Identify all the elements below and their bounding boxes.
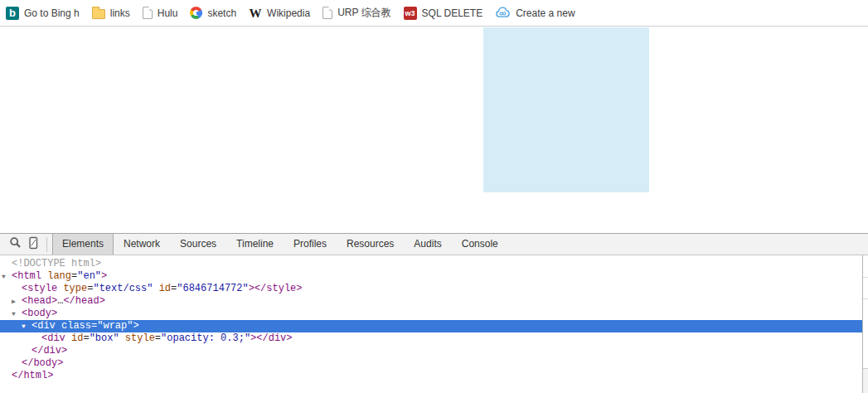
elements-panel: <!DOCTYPE html>▼<html lang="en"><style t…: [0, 255, 868, 393]
tab-network[interactable]: Network: [114, 234, 169, 255]
chevron-down-icon[interactable]: ▼: [12, 308, 22, 320]
tab-elements[interactable]: Elements: [52, 234, 114, 255]
code-token: lang: [41, 270, 71, 282]
bookmark-item[interactable]: Go to Bing h: [6, 7, 80, 20]
code-token: =: [155, 332, 161, 344]
devtools-toolbar: ElementsNetworkSourcesTimelineProfilesRe…: [0, 233, 868, 255]
tab-resources[interactable]: Resources: [337, 234, 403, 255]
dom-tree: <!DOCTYPE html>▼<html lang="en"><style t…: [0, 255, 862, 382]
cloud-icon: [495, 7, 511, 19]
code-token: </div>: [32, 345, 67, 357]
code-token: </html>: [12, 370, 53, 381]
code-token: type: [57, 283, 87, 294]
page-icon: [322, 7, 332, 19]
bookmark-item[interactable]: links: [92, 7, 130, 19]
page-icon: [143, 7, 153, 19]
tab-profiles[interactable]: Profiles: [284, 234, 336, 255]
code-token: >: [101, 270, 107, 282]
code-token: "opacity: 0.3;": [161, 332, 250, 344]
bookmark-label: Hulu: [158, 7, 178, 19]
dom-tree-row[interactable]: <style type="text/css" id="6846714772"><…: [0, 283, 863, 295]
bookmark-label: links: [110, 7, 130, 19]
toolbar-separator: [46, 237, 47, 252]
page-box: [483, 27, 649, 192]
code-token: <div: [32, 320, 56, 332]
code-token: <div: [41, 332, 65, 344]
tab-timeline[interactable]: Timeline: [227, 234, 283, 255]
code-token: "6846714772": [177, 283, 248, 294]
code-token: id: [65, 332, 84, 344]
bookmark-item[interactable]: Hulu: [143, 7, 178, 19]
bookmark-item[interactable]: Create a new: [495, 7, 575, 19]
dom-tree-row[interactable]: ▼<body>: [0, 308, 863, 320]
code-token: <html: [12, 270, 41, 282]
code-token: style: [119, 332, 155, 344]
code-token: <head>: [22, 295, 57, 307]
code-token: "wrap": [97, 320, 133, 332]
chevron-down-icon[interactable]: ▼: [22, 320, 32, 332]
chevron-down-icon[interactable]: ▼: [2, 270, 12, 283]
code-token: class: [56, 320, 91, 332]
devtools-tabs: ElementsNetworkSourcesTimelineProfilesRe…: [52, 234, 508, 255]
bookmark-label: SQL DELETE: [422, 7, 483, 19]
tab-console[interactable]: Console: [453, 234, 507, 255]
code-token: "text/css": [93, 283, 153, 294]
dom-tree-row[interactable]: </body>: [0, 357, 863, 370]
browser-window: Go to Bing hlinksHulusketchWikipediaURP …: [0, 0, 868, 393]
dom-tree-row[interactable]: <div id="box" style="opacity: 0.3;"></di…: [0, 332, 863, 345]
dom-tree-row[interactable]: </div>: [0, 345, 863, 357]
dom-tree-row[interactable]: </html>: [0, 370, 863, 382]
device-mode-button[interactable]: [24, 235, 42, 253]
code-token: "en": [77, 270, 101, 282]
bookmark-label: Go to Bing h: [24, 7, 80, 19]
chevron-right-icon[interactable]: ▶: [12, 295, 22, 308]
dom-tree-row[interactable]: ▶<head>…</head>: [0, 295, 863, 308]
bookmark-label: Wikipedia: [267, 7, 310, 19]
tab-sources[interactable]: Sources: [171, 234, 225, 255]
bookmarks-bar: Go to Bing hlinksHulusketchWikipediaURP …: [0, 0, 868, 27]
code-token: ></div>: [250, 332, 292, 344]
page-viewport: [0, 27, 868, 233]
code-token: id: [153, 283, 171, 294]
inspect-element-button[interactable]: [6, 235, 24, 253]
wikipedia-icon: [249, 7, 262, 20]
search-icon: [9, 236, 22, 252]
mobile-device-icon: [27, 236, 39, 253]
code-token: <style: [22, 283, 57, 294]
devtools-panel: ElementsNetworkSourcesTimelineProfilesRe…: [0, 233, 868, 393]
dom-tree-row[interactable]: ▼<div class="wrap">: [0, 320, 863, 332]
bookmark-item[interactable]: Wikipedia: [249, 7, 310, 20]
bookmark-label: Create a new: [516, 7, 575, 19]
code-token: >: [133, 320, 138, 332]
folder-icon: [92, 9, 105, 19]
bookmark-item[interactable]: SQL DELETE: [404, 7, 483, 20]
code-token: ></style>: [249, 283, 303, 294]
dom-tree-row[interactable]: ▼<html lang="en">: [0, 270, 863, 283]
code-token: =: [83, 332, 89, 344]
code-token: <!DOCTYPE html>: [12, 258, 101, 269]
dom-tree-row[interactable]: <!DOCTYPE html>: [0, 258, 863, 270]
styles-pane-splitter[interactable]: [862, 255, 868, 393]
pane-section: [863, 368, 868, 393]
tab-audits[interactable]: Audits: [405, 234, 450, 255]
bookmark-item[interactable]: URP 综合教: [322, 6, 390, 20]
code-token: </body>: [22, 357, 63, 369]
code-token: </head>: [63, 295, 104, 307]
google-icon: [190, 7, 202, 19]
bookmark-item[interactable]: sketch: [190, 7, 236, 19]
pane-divider: [863, 298, 868, 299]
w3schools-icon: [404, 7, 417, 20]
code-token: <body>: [22, 308, 57, 319]
bing-icon: [6, 7, 19, 20]
pane-divider: [863, 277, 868, 278]
bookmark-label: URP 综合教: [337, 6, 390, 20]
code-token: "box": [90, 332, 119, 344]
bookmark-label: sketch: [207, 7, 236, 19]
